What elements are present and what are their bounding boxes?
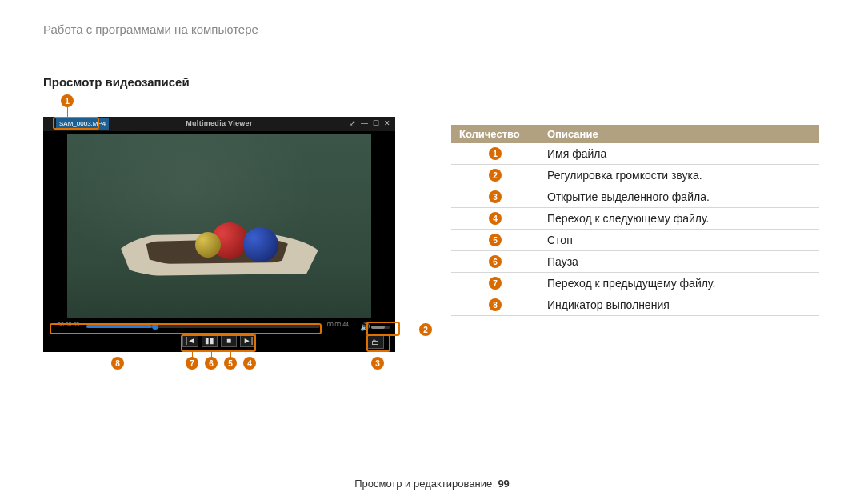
table-row: 7 Переход к предыдущему файлу. bbox=[451, 273, 819, 294]
footer-label: Просмотр и редактирование bbox=[354, 478, 492, 490]
callout-4: 4 bbox=[243, 357, 256, 370]
header-number: Количество bbox=[451, 125, 539, 143]
media-player: SAM_0003.MP4 Multimedia Viewer ⤢ — ☐ ✕ 0… bbox=[43, 117, 395, 352]
row-badge: 8 bbox=[489, 298, 502, 311]
row-badge: 2 bbox=[489, 169, 502, 182]
row-desc: Переход к следующему файлу. bbox=[539, 210, 819, 226]
row-desc: Открытие выделенного файла. bbox=[539, 189, 819, 205]
callout-3: 3 bbox=[371, 357, 384, 370]
row-badge: 4 bbox=[489, 212, 502, 225]
leader-1 bbox=[67, 106, 68, 117]
pause-button[interactable]: ▮▮ bbox=[202, 333, 218, 347]
player-titlebar: SAM_0003.MP4 Multimedia Viewer ⤢ — ☐ ✕ bbox=[43, 117, 395, 131]
row-badge: 6 bbox=[489, 255, 502, 268]
callout-5: 5 bbox=[224, 357, 237, 370]
speaker-icon[interactable]: 🔊 bbox=[360, 322, 370, 331]
table-header-row: Количество Описание bbox=[451, 125, 819, 143]
close-icon[interactable]: ✕ bbox=[384, 119, 390, 127]
table-row: 6 Пауза bbox=[451, 251, 819, 273]
row-badge: 1 bbox=[489, 147, 502, 160]
file-tab[interactable]: SAM_0003.MP4 bbox=[56, 118, 109, 130]
open-folder-button[interactable]: 🗀 bbox=[366, 334, 384, 349]
row-desc: Регулировка громкости звука. bbox=[539, 167, 819, 183]
stop-button[interactable]: ■ bbox=[221, 333, 237, 347]
window-controls: ⤢ — ☐ ✕ bbox=[350, 119, 390, 127]
page-footer: Просмотр и редактирование 99 bbox=[0, 478, 864, 490]
table-row: 3 Открытие выделенного файла. bbox=[451, 186, 819, 208]
row-desc: Индикатор выполнения bbox=[539, 297, 819, 313]
volume-control[interactable]: 🔊 bbox=[360, 322, 390, 331]
progress-area: 00:00:05 00:00:44 bbox=[54, 323, 384, 330]
breadcrumb: Работа с программами на компьютере bbox=[43, 22, 258, 36]
callout-2: 2 bbox=[419, 323, 432, 336]
row-badge: 7 bbox=[489, 277, 502, 290]
leader-2 bbox=[400, 330, 419, 330]
row-desc: Имя файла bbox=[539, 146, 819, 162]
callout-8: 8 bbox=[111, 357, 124, 370]
row-desc: Пауза bbox=[539, 254, 819, 270]
table-row: 4 Переход к следующему файлу. bbox=[451, 208, 819, 230]
callout-6: 6 bbox=[205, 357, 218, 370]
leader-8 bbox=[118, 336, 118, 357]
player-window-title: Multimedia Viewer bbox=[186, 119, 252, 127]
minimize-icon[interactable]: — bbox=[361, 119, 368, 127]
row-badge: 5 bbox=[489, 234, 502, 246]
table-row: 8 Индикатор выполнения bbox=[451, 294, 819, 316]
row-desc: Стоп bbox=[539, 232, 819, 248]
time-elapsed: 00:00:05 bbox=[58, 322, 79, 327]
table-row: 1 Имя файла bbox=[451, 143, 819, 165]
playback-controls: |◄ ▮▮ ■ ►| bbox=[43, 333, 395, 349]
table-row: 5 Стоп bbox=[451, 230, 819, 251]
row-badge: 3 bbox=[489, 190, 502, 203]
progress-handle[interactable] bbox=[152, 323, 158, 330]
maximize-icon[interactable]: ☐ bbox=[373, 119, 379, 127]
table-row: 2 Регулировка громкости звука. bbox=[451, 165, 819, 186]
header-desc: Описание bbox=[539, 125, 819, 143]
expand-icon[interactable]: ⤢ bbox=[350, 119, 356, 127]
time-total: 00:00:44 bbox=[327, 322, 349, 327]
next-button[interactable]: ►| bbox=[240, 333, 256, 347]
legend-table: Количество Описание 1 Имя файла 2 Регули… bbox=[451, 125, 819, 316]
progress-bar[interactable] bbox=[86, 325, 320, 328]
callout-1: 1 bbox=[61, 94, 74, 107]
footer-page: 99 bbox=[498, 478, 509, 490]
volume-slider[interactable] bbox=[371, 326, 390, 329]
section-title: Просмотр видеозаписей bbox=[43, 75, 190, 89]
prev-button[interactable]: |◄ bbox=[182, 333, 198, 347]
callout-7: 7 bbox=[186, 357, 198, 370]
row-desc: Переход к предыдущему файлу. bbox=[539, 275, 819, 291]
video-frame bbox=[67, 134, 371, 318]
